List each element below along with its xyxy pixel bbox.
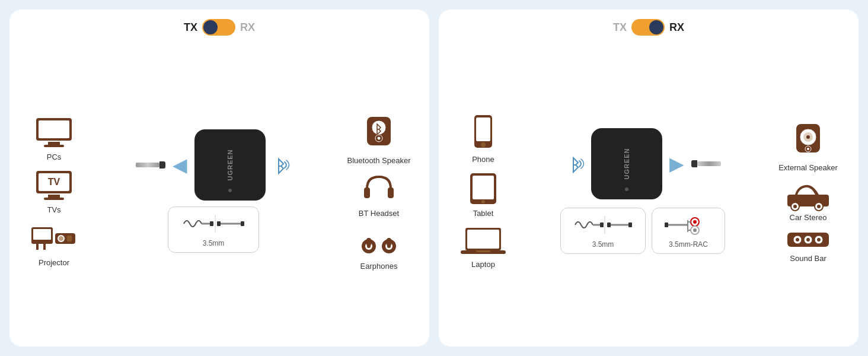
svg-rect-8 — [44, 198, 64, 200]
svg-rect-19 — [210, 221, 213, 226]
arrow-left-icon: ◀ — [173, 154, 187, 176]
bt-speaker-icon — [358, 112, 400, 154]
cable-label-tx: 3.5mm — [203, 239, 225, 247]
ext-speaker-icon — [787, 119, 829, 161]
toggle-row-tx: TX RX — [184, 19, 255, 36]
svg-rect-7 — [48, 195, 60, 198]
bt-headset-label: BT Headset — [359, 209, 399, 218]
device-projector: Projector — [30, 221, 78, 267]
svg-point-60 — [693, 228, 697, 232]
svg-rect-10 — [33, 229, 51, 240]
device-pcs: PCs — [33, 116, 75, 161]
svg-point-57 — [693, 220, 697, 224]
tablet-label: Tablet — [473, 209, 494, 218]
svg-point-71 — [793, 205, 797, 208]
bt-signal-rx — [565, 153, 586, 174]
center-area-tx: ◀ UGREEN — [87, 129, 340, 253]
tablet-icon — [465, 171, 501, 206]
headset-icon — [358, 171, 400, 206]
tx-label-rx: TX — [613, 21, 627, 34]
cable-box-tx: 3.5mm — [168, 206, 259, 253]
cable-svg-rx-2 — [662, 213, 715, 237]
svg-point-76 — [796, 238, 799, 241]
cable-svg-rx-1 — [570, 213, 636, 237]
ugreen-device-rx: UGREEN — [591, 128, 662, 199]
jack-connector — [159, 161, 165, 169]
svg-rect-17 — [43, 244, 46, 250]
device-laptop: Laptop — [459, 225, 507, 269]
svg-text:TV: TV — [48, 177, 60, 187]
device-ext-speaker: External Speaker — [778, 119, 838, 172]
tx-label: TX — [184, 21, 197, 34]
brand-label-tx: UGREEN — [226, 149, 234, 180]
svg-point-68 — [807, 148, 809, 150]
cable-box-rx-2: 3.5mm-RAC — [652, 208, 725, 254]
cable-right — [697, 161, 721, 166]
car-stereo-label: Car Stereo — [790, 213, 827, 222]
cable-box-rx-1: 3.5mm — [560, 208, 646, 254]
device-bt-headset: BT Headset — [358, 171, 400, 218]
device-tvs: TV TVs — [33, 169, 75, 214]
toggle-track[interactable] — [202, 19, 235, 36]
center-area-rx: UGREEN ▶ — [516, 128, 770, 254]
ext-speaker-label: External Speaker — [778, 163, 838, 172]
svg-rect-45 — [467, 230, 499, 249]
cable-boxes-rx: 3.5mm — [560, 208, 725, 254]
main-content-rx: Phone Tablet — [451, 45, 847, 337]
svg-rect-52 — [607, 223, 611, 227]
arrow-right-icon: ▶ — [669, 152, 684, 175]
cable-label-rx-2: 3.5mm-RAC — [669, 240, 708, 249]
svg-rect-29 — [388, 187, 394, 198]
device-tablet: Tablet — [465, 171, 501, 218]
device-earphones: Earphones — [358, 224, 400, 271]
device-bt-speaker: Bluetooth Speaker — [347, 112, 411, 165]
right-devices-rx: External Speaker — [770, 119, 847, 263]
svg-point-43 — [481, 200, 485, 204]
cable-left — [136, 163, 159, 167]
rx-label: RX — [240, 21, 255, 34]
center-main-row: ◀ UGREEN — [136, 129, 292, 201]
svg-rect-37 — [387, 238, 391, 246]
svg-rect-49 — [600, 223, 604, 227]
panel-rx: TX RX Phone — [439, 9, 859, 347]
svg-rect-3 — [44, 145, 64, 147]
svg-rect-16 — [36, 244, 39, 250]
ugreen-device-tx: UGREEN — [194, 129, 266, 201]
svg-rect-22 — [217, 221, 221, 226]
jack-right — [691, 160, 721, 167]
bluetooth-signal-icon-rx — [565, 153, 586, 174]
svg-rect-36 — [366, 238, 371, 246]
left-devices-tx: PCs TV TVs — [21, 116, 87, 267]
monitor-icon — [33, 116, 75, 150]
cable-label-rx-1: 3.5mm — [592, 240, 614, 249]
svg-rect-53 — [628, 223, 632, 227]
projector-icon — [30, 221, 78, 256]
svg-rect-11 — [34, 240, 50, 243]
panels-container: TX RX PCs — [0, 0, 868, 356]
main-content-tx: PCs TV TVs — [21, 45, 417, 337]
toggle-track-rx[interactable] — [631, 19, 665, 36]
left-devices-rx: Phone Tablet — [451, 114, 516, 269]
svg-point-66 — [806, 135, 810, 139]
car-icon — [784, 178, 832, 211]
device-car-stereo: Car Stereo — [784, 178, 832, 222]
svg-rect-2 — [48, 142, 60, 145]
svg-point-27 — [377, 136, 381, 140]
device-phone: Phone — [468, 114, 498, 164]
bluetooth-signal-icon — [270, 154, 292, 176]
sound-bar-label: Sound Bar — [790, 254, 826, 263]
svg-point-73 — [817, 205, 821, 208]
jack-left — [136, 161, 165, 169]
brand-label-rx: UGREEN — [623, 148, 630, 179]
svg-rect-39 — [476, 117, 490, 141]
svg-rect-28 — [364, 187, 370, 198]
right-devices-tx: Bluetooth Speaker BT Headset — [340, 112, 417, 271]
svg-rect-42 — [473, 176, 494, 199]
phone-label: Phone — [472, 155, 494, 164]
rx-label-rx: RX — [669, 21, 684, 34]
bt-signal-tx — [270, 154, 292, 176]
svg-rect-54 — [665, 223, 668, 227]
laptop-icon — [459, 225, 507, 258]
projector-label: Projector — [39, 258, 69, 267]
phone-icon — [468, 114, 498, 152]
